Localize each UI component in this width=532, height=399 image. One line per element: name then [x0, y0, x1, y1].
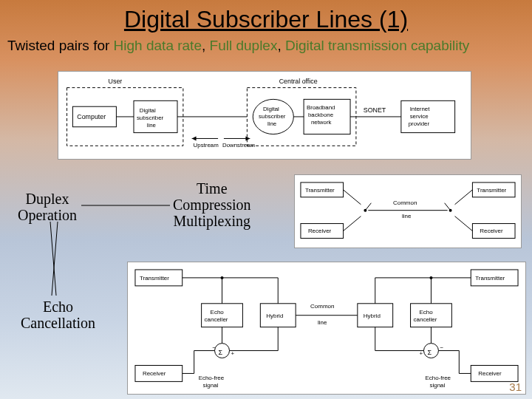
diagram-label-downstream: Downstream — [222, 142, 256, 149]
svg-line-27 — [50, 222, 56, 296]
svg-text:Broadband: Broadband — [307, 104, 335, 111]
diagram-label-computer: Computer — [77, 113, 106, 120]
svg-text:subscriber: subscriber — [259, 113, 286, 120]
svg-marker-8 — [192, 137, 197, 141]
svg-text:Echo-free: Echo-free — [425, 375, 451, 381]
svg-line-40 — [445, 203, 451, 211]
slide-title: Digital Subscriber Lines (1) — [0, 0, 532, 33]
svg-line-39 — [455, 216, 473, 231]
svg-line-35 — [344, 216, 361, 231]
tcm-tx-left: Transmitter — [305, 187, 335, 194]
svg-text:signal: signal — [203, 382, 219, 389]
svg-text:Internet: Internet — [410, 106, 430, 112]
svg-text:line: line — [318, 319, 327, 326]
tcm-diagram: Transmitter Receiver Transmitter Receive… — [294, 174, 522, 248]
svg-text:subscriber: subscriber — [137, 115, 164, 121]
label-duplex-operation: Duplex Operation — [18, 191, 77, 223]
label-tcm-line2: Compression — [173, 197, 251, 213]
echo-tx-right: Transmitter — [475, 275, 505, 282]
svg-line-38 — [455, 190, 473, 205]
svg-point-70 — [221, 276, 224, 279]
svg-text:Common: Common — [310, 303, 334, 310]
label-duplex-line2: Operation — [18, 207, 77, 223]
dsl-architecture-diagram: User Computer Digital subscriber line Up… — [58, 71, 471, 160]
svg-text:Σ: Σ — [427, 349, 432, 356]
echo-rx-left: Receiver — [143, 370, 166, 377]
svg-text:Common: Common — [393, 200, 417, 206]
tcm-rx-left: Receiver — [308, 228, 332, 234]
tcm-tx-right: Transmitter — [477, 187, 506, 194]
svg-point-82 — [429, 276, 432, 279]
diagram-label-sonet: SONET — [364, 106, 386, 114]
connector-duplex-to-echo — [41, 222, 71, 303]
svg-text:backbone: backbone — [308, 112, 334, 118]
echo-hybrid-right: Hybrid — [364, 313, 381, 319]
svg-text:line: line — [147, 122, 157, 129]
label-time-compression-multiplexing: Time Compression Multiplexing — [173, 180, 251, 229]
svg-text:Echo-free: Echo-free — [199, 375, 225, 381]
label-tcm-line1: Time — [173, 180, 251, 197]
subtitle-green-3: Digital transmission capability — [285, 38, 469, 53]
subtitle-sep-1: , — [202, 38, 210, 53]
diagram-label-dsl-1: Digital — [140, 107, 156, 114]
svg-text:line: line — [402, 213, 412, 219]
svg-text:Digital: Digital — [263, 106, 279, 112]
svg-text:−: − — [213, 344, 216, 351]
subtitle-green-1: High data rate — [114, 38, 202, 53]
label-duplex-line1: Duplex — [18, 191, 77, 207]
page-number: 31 — [509, 381, 522, 393]
svg-text:provider: provider — [409, 120, 430, 127]
svg-line-36 — [365, 203, 371, 211]
svg-text:network: network — [311, 119, 332, 126]
diagram-label-upstream: Upstream — [194, 142, 219, 149]
subtitle-green-2: Full duplex — [210, 38, 278, 53]
slide-subtitle: Twisted pairs for High data rate, Full d… — [0, 33, 532, 54]
svg-text:canceller: canceller — [414, 316, 437, 323]
svg-text:line: line — [267, 120, 277, 127]
tcm-rx-right: Receiver — [480, 228, 503, 234]
svg-text:−: − — [440, 344, 443, 351]
subtitle-prefix: Twisted pairs for — [7, 38, 114, 53]
echo-rx-right: Receiver — [478, 370, 502, 377]
svg-text:service: service — [410, 113, 429, 120]
svg-line-28 — [52, 222, 58, 296]
diagram-label-user: User — [109, 78, 123, 85]
connector-duplex-to-tcm — [81, 200, 177, 214]
label-tcm-line3: Multiplexing — [173, 213, 251, 229]
svg-text:signal: signal — [429, 382, 445, 389]
svg-text:Echo: Echo — [420, 309, 434, 316]
label-echo-cancellation: Echo Cancellation — [21, 299, 95, 331]
echo-tx-left: Transmitter — [140, 275, 169, 282]
svg-text:canceller: canceller — [205, 316, 228, 323]
svg-marker-10 — [245, 137, 250, 141]
svg-text:Echo: Echo — [211, 309, 225, 316]
diagram-label-central: Central office — [279, 78, 318, 85]
label-echo-line2: Cancellation — [21, 315, 95, 331]
svg-line-34 — [344, 190, 361, 205]
subtitle-sep-2: , — [277, 38, 285, 53]
svg-text:Σ: Σ — [219, 349, 223, 356]
echo-cancellation-diagram: Transmitter Echo canceller Hybrid Common… — [127, 262, 526, 395]
label-echo-line1: Echo — [21, 299, 95, 315]
echo-hybrid-left: Hybrid — [266, 313, 283, 319]
